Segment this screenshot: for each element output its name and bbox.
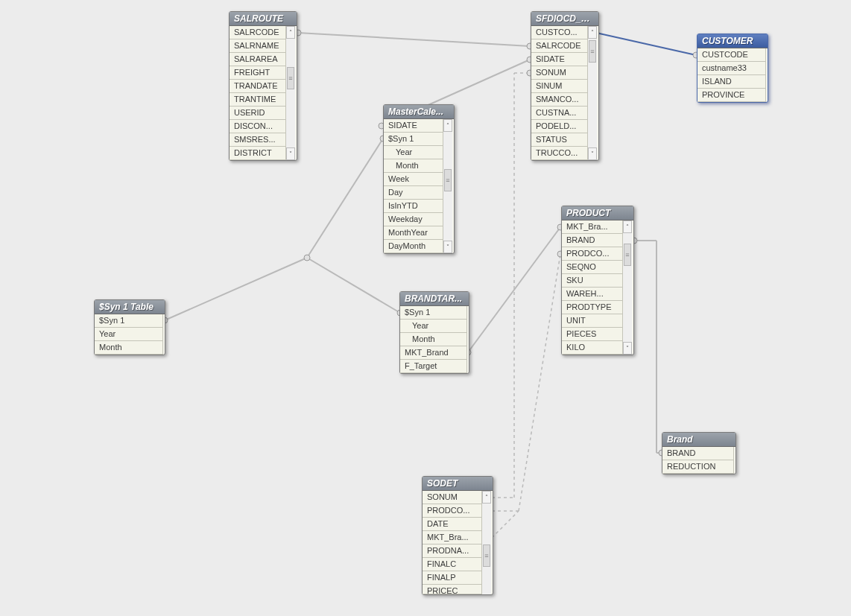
table-header[interactable]: MasterCale...: [384, 105, 454, 119]
field[interactable]: SMSRES...: [230, 133, 286, 147]
table-brandtar[interactable]: BRANDTAR... $Syn 1 Year Month MKT_Brand …: [399, 291, 469, 374]
field[interactable]: SKU: [562, 274, 623, 288]
scroll-up-icon[interactable]: ˄: [588, 26, 597, 39]
field[interactable]: TRUCCO...: [531, 147, 588, 160]
table-syn1[interactable]: $Syn 1 Table $Syn 1 Year Month: [94, 299, 165, 355]
field[interactable]: FINALP: [423, 571, 482, 585]
field[interactable]: CUSTCODE: [697, 48, 766, 62]
table-header[interactable]: SALROUTE: [230, 12, 297, 26]
table-header[interactable]: $Syn 1 Table: [95, 300, 165, 314]
field[interactable]: PRODTYPE: [562, 301, 623, 314]
scrollbar[interactable]: ˄ ≡ ˅: [623, 220, 632, 355]
field[interactable]: MKT_Bra...: [562, 220, 623, 234]
field[interactable]: FINALC: [423, 558, 482, 571]
field[interactable]: DISTRICT: [230, 147, 286, 160]
table-customer[interactable]: CUSTOMER CUSTCODE custname33 ISLAND PROV…: [697, 34, 768, 103]
scrollbar[interactable]: ˄ ≡ ˅: [443, 119, 452, 253]
field[interactable]: FREIGHT: [230, 66, 286, 80]
field[interactable]: Month: [400, 333, 467, 346]
field[interactable]: Weekday: [384, 213, 443, 226]
scroll-track[interactable]: ≡: [443, 132, 452, 241]
field[interactable]: PRODCO...: [562, 247, 623, 261]
field[interactable]: BRAND: [662, 447, 734, 460]
field[interactable]: BRAND: [562, 234, 623, 247]
scroll-up-icon[interactable]: ˄: [286, 26, 295, 39]
field[interactable]: SEQNO: [562, 261, 623, 274]
scroll-up-icon[interactable]: ˄: [482, 491, 491, 504]
scroll-track[interactable]: ≡: [588, 39, 597, 147]
scroll-down-icon[interactable]: ˅: [588, 147, 597, 160]
field[interactable]: DATE: [423, 518, 482, 531]
scroll-down-icon[interactable]: ˅: [286, 147, 295, 160]
scroll-thumb[interactable]: ≡: [287, 67, 294, 89]
scroll-thumb[interactable]: ≡: [444, 169, 452, 191]
table-header[interactable]: BRANDTAR...: [400, 292, 469, 306]
diagram-canvas[interactable]: SALROUTE SALRCODE SALRNAME SALRAREA FREI…: [27, 0, 851, 591]
field[interactable]: SALRAREA: [230, 53, 286, 66]
field[interactable]: CUSTCO...: [531, 26, 588, 39]
field[interactable]: SINUM: [531, 80, 588, 93]
field[interactable]: REDUCTION: [662, 460, 734, 474]
table-header[interactable]: SODET: [423, 477, 493, 491]
field[interactable]: MonthYear: [384, 226, 443, 240]
scroll-down-icon[interactable]: ˅: [443, 241, 452, 253]
table-header[interactable]: CUSTOMER: [697, 34, 768, 48]
field[interactable]: TRANDATE: [230, 80, 286, 93]
scroll-thumb[interactable]: ≡: [483, 544, 490, 567]
field[interactable]: SALRCODE: [230, 26, 286, 39]
field[interactable]: Month: [95, 341, 163, 355]
field[interactable]: MKT_Brand: [400, 346, 467, 360]
field[interactable]: F_Target: [400, 360, 467, 373]
field[interactable]: STATUS: [531, 133, 588, 147]
field[interactable]: PRODNA...: [423, 544, 482, 558]
field[interactable]: custname33: [697, 62, 766, 75]
field[interactable]: Month: [384, 159, 443, 173]
table-mastercalendar[interactable]: MasterCale... SIDATE $Syn 1 Year Month W…: [383, 104, 455, 254]
scroll-thumb[interactable]: ≡: [589, 40, 596, 63]
table-brand[interactable]: Brand BRAND REDUCTION: [662, 432, 736, 474]
field[interactable]: CUSTNA...: [531, 107, 588, 120]
field[interactable]: KILO: [562, 341, 623, 355]
scroll-down-icon[interactable]: ˅: [623, 342, 632, 355]
scroll-up-icon[interactable]: ˄: [443, 119, 452, 132]
scroll-track[interactable]: ≡: [286, 39, 295, 147]
table-header[interactable]: PRODUCT: [562, 206, 633, 220]
table-sodet[interactable]: SODET SONUM PRODCO... DATE MKT_Bra... PR…: [422, 476, 493, 595]
field[interactable]: $Syn 1: [384, 133, 443, 146]
field[interactable]: PIECES: [562, 328, 623, 341]
table-product[interactable]: PRODUCT MKT_Bra... BRAND PRODCO... SEQNO…: [561, 206, 634, 355]
field[interactable]: $Syn 1: [95, 314, 163, 328]
field[interactable]: PRODCO...: [423, 504, 482, 518]
field[interactable]: SALRCODE: [531, 39, 588, 53]
field[interactable]: WAREH...: [562, 288, 623, 301]
field[interactable]: SONUM: [423, 491, 482, 504]
field[interactable]: Year: [400, 320, 467, 333]
field[interactable]: Day: [384, 186, 443, 200]
field[interactable]: DayMonth: [384, 240, 443, 253]
table-salroute[interactable]: SALROUTE SALRCODE SALRNAME SALRAREA FREI…: [229, 11, 297, 161]
scroll-thumb[interactable]: ≡: [624, 244, 631, 266]
field[interactable]: Year: [95, 328, 163, 341]
scrollbar[interactable]: ˄ ≡: [482, 491, 491, 594]
scroll-up-icon[interactable]: ˄: [623, 220, 632, 233]
field[interactable]: IsInYTD: [384, 200, 443, 213]
field[interactable]: SIDATE: [531, 53, 588, 66]
field[interactable]: $Syn 1: [400, 306, 467, 320]
scroll-track[interactable]: ≡: [623, 233, 632, 342]
field[interactable]: PRICEC: [423, 585, 482, 594]
field[interactable]: USERID: [230, 107, 286, 120]
field[interactable]: SALRNAME: [230, 39, 286, 53]
scrollbar[interactable]: ˄ ≡ ˅: [588, 26, 597, 160]
scrollbar[interactable]: ˄ ≡ ˅: [286, 26, 295, 160]
scroll-track[interactable]: ≡: [482, 504, 491, 594]
field[interactable]: SMANCO...: [531, 93, 588, 107]
field[interactable]: Year: [384, 146, 443, 159]
field[interactable]: SIDATE: [384, 119, 443, 133]
field[interactable]: PODELD...: [531, 120, 588, 133]
table-header[interactable]: Brand: [662, 433, 735, 447]
field[interactable]: DISCON...: [230, 120, 286, 133]
field[interactable]: TRANTIME: [230, 93, 286, 107]
field[interactable]: UNIT: [562, 314, 623, 328]
field[interactable]: MKT_Bra...: [423, 531, 482, 544]
field[interactable]: ISLAND: [697, 75, 766, 89]
